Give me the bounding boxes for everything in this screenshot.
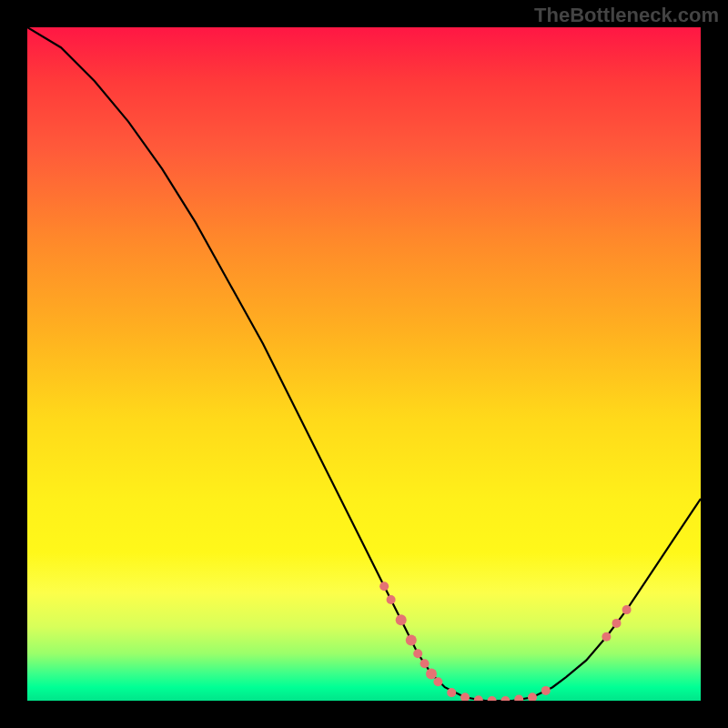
data-marker <box>622 605 632 614</box>
data-marker <box>406 634 417 645</box>
data-marker <box>514 695 523 701</box>
data-marker <box>387 595 396 604</box>
data-marker <box>447 688 456 697</box>
data-marker <box>413 649 422 658</box>
data-marker <box>396 614 407 625</box>
data-marker <box>433 677 442 686</box>
data-marker <box>474 695 483 701</box>
data-markers <box>379 581 631 701</box>
data-marker <box>602 632 611 642</box>
data-marker <box>420 659 430 668</box>
chart-svg <box>27 27 701 701</box>
data-marker <box>426 668 437 679</box>
bottleneck-curve <box>27 27 701 701</box>
watermark-text: TheBottleneck.com <box>534 4 719 27</box>
data-marker <box>460 693 470 701</box>
data-marker <box>541 686 551 695</box>
data-marker <box>379 581 389 591</box>
plot-area <box>27 27 701 701</box>
data-marker <box>500 696 510 701</box>
data-marker <box>488 696 497 701</box>
data-marker <box>528 693 537 701</box>
data-marker <box>612 619 622 628</box>
